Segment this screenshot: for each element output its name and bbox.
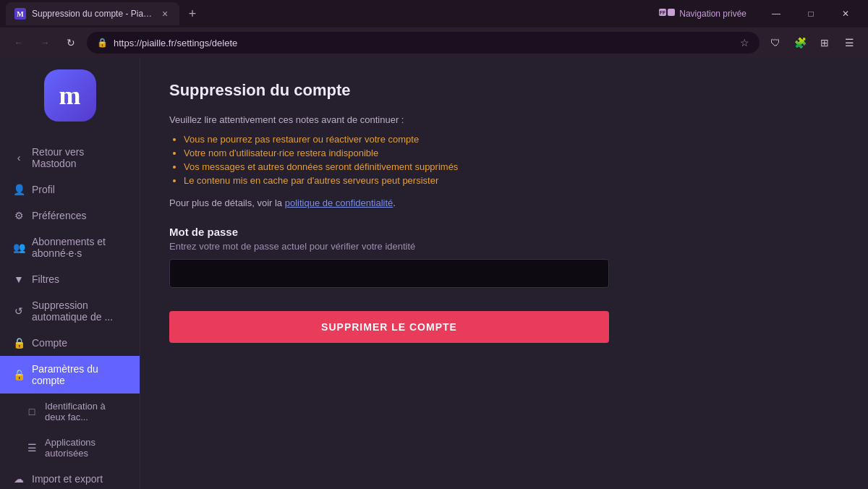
preferences-icon: ⚙	[13, 210, 25, 221]
sidebar-back-label: Retour vers Mastodon	[32, 146, 127, 169]
sidebar-profil-label: Profil	[32, 184, 55, 195]
main-layout: m ‹ Retour vers Mastodon 👤 Profil ⚙ Préf…	[0, 58, 868, 489]
sidebar-item-profil[interactable]: 👤 Profil	[0, 177, 140, 203]
refresh-button[interactable]: ↻	[61, 33, 81, 53]
tab-close-button[interactable]: ×	[159, 8, 171, 20]
suppression-auto-icon: ↺	[13, 305, 25, 317]
sidebar-item-abonnements[interactable]: 👥 Abonnements et abonné·e·s	[0, 229, 140, 266]
tab-bar-right: FF Navigation privée — □ ✕	[652, 4, 862, 24]
sidebar-item-parametres-compte[interactable]: 🔒 Paramètres du compte	[0, 356, 140, 394]
sidebar-preferences-label: Préférences	[32, 210, 86, 221]
address-bar: ← → ↻ 🔒 https://piaille.fr/settings/dele…	[0, 27, 868, 58]
sidebar-item-compte[interactable]: 🔒 Compte	[0, 330, 140, 356]
sidebar-item-back[interactable]: ‹ Retour vers Mastodon	[0, 139, 140, 177]
sidebar-item-deux-facteurs[interactable]: □ Identification à deux fac...	[0, 394, 140, 430]
password-field-section: Mot de passe Entrez votre mot de passe a…	[169, 226, 839, 288]
warning-list: Vous ne pourrez pas restaurer ou réactiv…	[169, 134, 839, 186]
import-export-icon: ☁	[13, 473, 25, 485]
sidebar-applications-label: Applications autorisées	[45, 437, 127, 459]
secure-icon: 🔒	[97, 38, 108, 48]
page-title: Suppression du compte	[169, 81, 839, 100]
sidebar-filtres-label: Filtres	[32, 273, 59, 285]
sidebar-item-suppression-auto[interactable]: ↺ Suppression automatique de ...	[0, 292, 140, 330]
sidebar: m ‹ Retour vers Mastodon 👤 Profil ⚙ Préf…	[0, 58, 140, 489]
maximize-button[interactable]: □	[794, 4, 827, 24]
url-text: https://piaille.fr/settings/delete	[114, 38, 734, 48]
parametres-icon: 🔒	[13, 369, 25, 380]
svg-text:FF: FF	[660, 10, 666, 15]
warning-item-1: Vous ne pourrez pas restaurer ou réactiv…	[184, 134, 839, 145]
screenshots-button[interactable]: ⊞	[814, 33, 835, 53]
field-hint: Entrez votre mot de passe actuel pour vé…	[169, 241, 839, 252]
deux-facteurs-icon: □	[26, 406, 38, 417]
sidebar-logo: m	[0, 69, 140, 122]
warning-item-4: Le contenu mis en cache par d'autres ser…	[184, 175, 839, 186]
sidebar-item-import-export[interactable]: ☁ Import et export	[0, 466, 140, 489]
compte-icon: 🔒	[13, 337, 25, 349]
svg-text:M: M	[17, 10, 24, 18]
tab-title: Suppression du compte - Piaille	[32, 9, 153, 19]
active-tab[interactable]: M Suppression du compte - Piaille ×	[6, 2, 179, 25]
sidebar-compte-label: Compte	[32, 337, 67, 349]
sidebar-item-filtres[interactable]: ▼ Filtres	[0, 266, 140, 292]
private-mode-badge: FF Navigation privée	[652, 6, 754, 22]
back-button[interactable]: ←	[9, 33, 29, 53]
tab-favicon: M	[14, 8, 26, 20]
filtres-icon: ▼	[13, 273, 25, 285]
close-window-button[interactable]: ✕	[829, 4, 862, 24]
profil-icon: 👤	[13, 184, 25, 195]
tab-bar: M Suppression du compte - Piaille × + FF…	[0, 0, 868, 27]
content-area: Suppression du compte Veuillez lire atte…	[140, 58, 868, 489]
privacy-note-before: Pour plus de détails, voir la	[169, 197, 285, 208]
url-bar[interactable]: 🔒 https://piaille.fr/settings/delete ☆	[87, 32, 760, 54]
warning-item-3: Vos messages et autres données seront dé…	[184, 161, 839, 172]
svg-rect-3	[668, 9, 675, 16]
intro-text: Veuillez lire attentivement ces notes av…	[169, 114, 839, 125]
extensions-button[interactable]: 🧩	[790, 33, 810, 53]
sidebar-suppression-auto-label: Suppression automatique de ...	[32, 299, 127, 323]
new-tab-button[interactable]: +	[182, 4, 203, 24]
abonnements-icon: 👥	[13, 242, 25, 253]
privacy-policy-link[interactable]: politique de confidentialité	[285, 197, 393, 208]
mastodon-logo: m	[44, 69, 96, 122]
toolbar-right: 🛡 🧩 ⊞ ☰	[765, 33, 859, 53]
field-label: Mot de passe	[169, 226, 839, 238]
back-arrow-icon: ‹	[13, 152, 25, 163]
privacy-note: Pour plus de détails, voir la politique …	[169, 197, 839, 208]
private-label: Navigation privée	[679, 9, 746, 19]
mastodon-m: m	[59, 80, 81, 111]
password-input[interactable]	[169, 259, 609, 288]
sidebar-import-export-label: Import et export	[32, 473, 103, 485]
applications-icon: ☰	[26, 442, 38, 454]
forward-button[interactable]: →	[35, 33, 55, 53]
warning-item-2: Votre nom d'utilisateur·rice restera ind…	[184, 148, 839, 158]
browser-chrome: M Suppression du compte - Piaille × + FF…	[0, 0, 868, 58]
sidebar-deux-facteurs-label: Identification à deux fac...	[45, 401, 127, 422]
sidebar-abonnements-label: Abonnements et abonné·e·s	[32, 236, 127, 259]
sidebar-parametres-label: Paramètres du compte	[32, 363, 127, 386]
privacy-note-after: .	[393, 197, 396, 208]
private-icon: FF	[659, 9, 675, 19]
sidebar-item-preferences[interactable]: ⚙ Préférences	[0, 203, 140, 229]
shield-toolbar-button[interactable]: 🛡	[765, 33, 786, 53]
bookmark-star-icon[interactable]: ☆	[740, 37, 749, 48]
sidebar-item-applications[interactable]: ☰ Applications autorisées	[0, 430, 140, 466]
window-controls: — □ ✕	[760, 4, 862, 24]
delete-account-button[interactable]: SUPPRIMER LE COMPTE	[169, 311, 609, 343]
menu-button[interactable]: ☰	[839, 33, 859, 53]
minimize-button[interactable]: —	[760, 4, 793, 24]
